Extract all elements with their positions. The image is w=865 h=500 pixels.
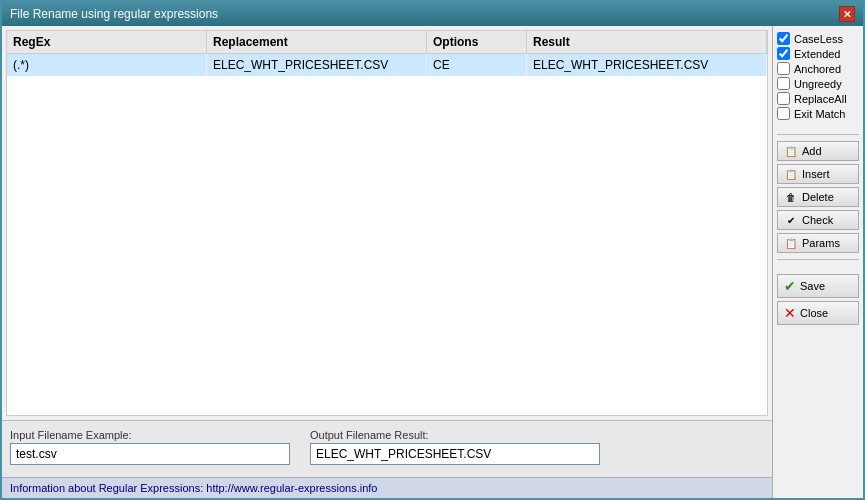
delete-icon: 🗑 bbox=[784, 192, 798, 203]
checkbox-extended[interactable]: Extended bbox=[777, 47, 859, 60]
save-icon: ✔ bbox=[784, 278, 796, 294]
cell-options: CE bbox=[427, 54, 527, 76]
cell-regex: (.*) bbox=[7, 54, 207, 76]
window-title: File Rename using regular expressions bbox=[10, 7, 218, 21]
main-panel: RegEx Replacement Options Result (.*) EL… bbox=[2, 26, 773, 498]
checkbox-caseless-input[interactable] bbox=[777, 32, 790, 45]
cell-replacement: ELEC_WHT_PRICESHEET.CSV bbox=[207, 54, 427, 76]
delete-label: Delete bbox=[802, 191, 834, 203]
checkbox-caseless-label: CaseLess bbox=[794, 33, 843, 45]
checkbox-replaceall[interactable]: ReplaceAll bbox=[777, 92, 859, 105]
regex-table: RegEx Replacement Options Result (.*) EL… bbox=[6, 30, 768, 416]
checkbox-exitmatch-label: Exit Match bbox=[794, 108, 845, 120]
cell-result: ELEC_WHT_PRICESHEET.CSV bbox=[527, 54, 767, 76]
checkbox-exitmatch-input[interactable] bbox=[777, 107, 790, 120]
table-row[interactable]: (.*) ELEC_WHT_PRICESHEET.CSV CE ELEC_WHT… bbox=[7, 54, 767, 76]
add-button[interactable]: 📋 Add bbox=[777, 141, 859, 161]
col-header-regex: RegEx bbox=[7, 31, 207, 53]
checkbox-extended-label: Extended bbox=[794, 48, 840, 60]
insert-label: Insert bbox=[802, 168, 830, 180]
output-filename-label: Output Filename Result: bbox=[310, 429, 600, 441]
divider-2 bbox=[777, 259, 859, 260]
check-button[interactable]: ✔ Check bbox=[777, 210, 859, 230]
close-label: Close bbox=[800, 307, 828, 319]
content-area: RegEx Replacement Options Result (.*) EL… bbox=[2, 26, 863, 498]
output-filename-field[interactable] bbox=[310, 443, 600, 465]
divider-1 bbox=[777, 134, 859, 135]
info-text: Information about Regular Expressions: h… bbox=[10, 482, 377, 494]
add-icon: 📋 bbox=[784, 146, 798, 157]
table-header: RegEx Replacement Options Result bbox=[7, 31, 767, 54]
bottom-panel: Input Filename Example: Output Filename … bbox=[2, 420, 772, 477]
filename-input-row: Input Filename Example: Output Filename … bbox=[10, 429, 764, 465]
checkbox-anchored[interactable]: Anchored bbox=[777, 62, 859, 75]
save-label: Save bbox=[800, 280, 825, 292]
col-header-options: Options bbox=[427, 31, 527, 53]
output-filename-group: Output Filename Result: bbox=[310, 429, 600, 465]
action-buttons: 📋 Add 📋 Insert 🗑 Delete ✔ Check 📋 bbox=[777, 141, 859, 253]
checkbox-ungreedy-label: Ungreedy bbox=[794, 78, 842, 90]
checkbox-ungreedy-input[interactable] bbox=[777, 77, 790, 90]
check-label: Check bbox=[802, 214, 833, 226]
checkbox-group: CaseLess Extended Anchored Ungreedy Repl… bbox=[777, 32, 859, 120]
col-header-replacement: Replacement bbox=[207, 31, 427, 53]
sidebar: CaseLess Extended Anchored Ungreedy Repl… bbox=[773, 26, 863, 498]
checkbox-extended-input[interactable] bbox=[777, 47, 790, 60]
add-label: Add bbox=[802, 145, 822, 157]
main-window: File Rename using regular expressions ✕ … bbox=[0, 0, 865, 500]
input-filename-label: Input Filename Example: bbox=[10, 429, 290, 441]
checkbox-exitmatch[interactable]: Exit Match bbox=[777, 107, 859, 120]
checkbox-anchored-label: Anchored bbox=[794, 63, 841, 75]
input-filename-group: Input Filename Example: bbox=[10, 429, 290, 465]
insert-icon: 📋 bbox=[784, 169, 798, 180]
close-button[interactable]: ✕ Close bbox=[777, 301, 859, 325]
params-icon: 📋 bbox=[784, 238, 798, 249]
input-filename-field[interactable] bbox=[10, 443, 290, 465]
save-button[interactable]: ✔ Save bbox=[777, 274, 859, 298]
delete-button[interactable]: 🗑 Delete bbox=[777, 187, 859, 207]
info-bar: Information about Regular Expressions: h… bbox=[2, 477, 772, 498]
checkbox-anchored-input[interactable] bbox=[777, 62, 790, 75]
title-bar: File Rename using regular expressions ✕ bbox=[2, 2, 863, 26]
close-window-button[interactable]: ✕ bbox=[839, 6, 855, 22]
params-label: Params bbox=[802, 237, 840, 249]
col-header-result: Result bbox=[527, 31, 767, 53]
checkbox-ungreedy[interactable]: Ungreedy bbox=[777, 77, 859, 90]
bottom-buttons: ✔ Save ✕ Close bbox=[777, 274, 859, 325]
checkbox-replaceall-label: ReplaceAll bbox=[794, 93, 847, 105]
check-icon: ✔ bbox=[784, 215, 798, 226]
checkbox-caseless[interactable]: CaseLess bbox=[777, 32, 859, 45]
insert-button[interactable]: 📋 Insert bbox=[777, 164, 859, 184]
checkbox-replaceall-input[interactable] bbox=[777, 92, 790, 105]
x-icon: ✕ bbox=[784, 305, 796, 321]
params-button[interactable]: 📋 Params bbox=[777, 233, 859, 253]
